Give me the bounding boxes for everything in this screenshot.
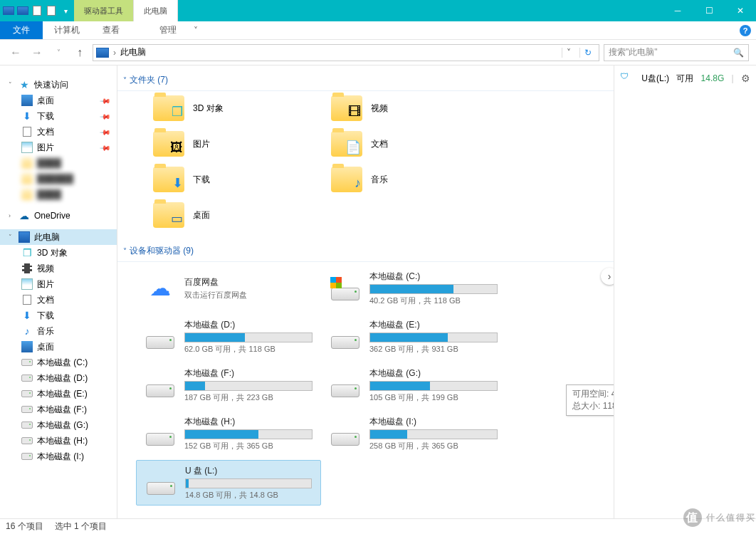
sidebar-label: 本地磁盘 (E:) bbox=[37, 388, 88, 400]
up-button[interactable]: ↑ bbox=[71, 44, 88, 61]
file-tab[interactable]: 文件 bbox=[0, 21, 43, 39]
drive-item[interactable]: 本地磁盘 (H:)152 GB 可用，共 365 GB bbox=[136, 412, 321, 456]
sidebar-item-drive-h[interactable]: 本地磁盘 (H:) bbox=[0, 433, 117, 449]
sidebar-quick-desktop[interactable]: 桌面📌 bbox=[0, 93, 117, 108]
folder-label: 图片 bbox=[193, 138, 210, 150]
desktop-icon bbox=[21, 341, 33, 352]
sidebar-label: 本地磁盘 (I:) bbox=[37, 451, 84, 463]
folder-item-downloads[interactable]: ⬇下载 bbox=[153, 167, 331, 192]
folder-item-desktop[interactable]: ▭桌面 bbox=[153, 202, 331, 228]
drive-item[interactable]: 本地磁盘 (I:)258 GB 可用，共 365 GB bbox=[321, 412, 506, 456]
sidebar-item-drive-i[interactable]: 本地磁盘 (I:) bbox=[0, 449, 117, 464]
app-icon bbox=[3, 5, 14, 16]
sidebar-label: 本地磁盘 (G:) bbox=[37, 419, 88, 431]
sidebar-label: 3D 对象 bbox=[37, 247, 68, 259]
folder-item-3d[interactable]: ❒3D 对象 bbox=[153, 95, 331, 121]
qat-item[interactable] bbox=[46, 5, 57, 16]
sidebar-item-hidden[interactable]: ████ bbox=[0, 155, 117, 171]
sidebar-item-downloads[interactable]: ⬇下载 bbox=[0, 308, 117, 323]
hdd-icon bbox=[146, 433, 174, 446]
address-dropdown-icon[interactable]: ˅ bbox=[562, 48, 575, 58]
sidebar-quick-access[interactable]: ˅★ 快速访问 bbox=[0, 77, 117, 93]
content-area: ˅ 文件夹 (7) ❒3D 对象 🎞视频 🖼图片 📄文档 ⬇下载 ♪音乐 ▭桌面… bbox=[117, 66, 614, 518]
contextual-tab-drivetools[interactable]: 驱动器工具 bbox=[74, 0, 134, 21]
drive-icon bbox=[21, 435, 33, 446]
sidebar-label: 文档 bbox=[37, 126, 54, 138]
sidebar-item-hidden[interactable]: ██████ bbox=[0, 171, 117, 187]
drive-item[interactable]: 本地磁盘 (C:)40.2 GB 可用，共 118 GB bbox=[321, 266, 506, 310]
folder-item-music[interactable]: ♪音乐 bbox=[331, 167, 509, 192]
view-tab[interactable]: 查看 bbox=[91, 21, 131, 39]
drive-item[interactable]: U 盘 (L:)14.8 GB 可用，共 14.8 GB bbox=[136, 460, 321, 506]
recent-dropdown-icon[interactable]: ˅ bbox=[50, 44, 67, 61]
window-controls: ─ ☐ ✕ bbox=[662, 0, 756, 21]
sidebar-item-drive-d[interactable]: 本地磁盘 (D:) bbox=[0, 370, 117, 386]
drive-name: 本地磁盘 (E:) bbox=[369, 319, 498, 331]
qat-dropdown-icon[interactable]: ▾ bbox=[60, 5, 71, 16]
section-header-drives[interactable]: ˅ 设备和驱动器 (9) bbox=[117, 241, 614, 262]
drive-item[interactable]: 本地磁盘 (G:)105 GB 可用，共 199 GB bbox=[321, 363, 506, 407]
sidebar-item-music[interactable]: ♪音乐 bbox=[0, 323, 117, 339]
sidebar-label: 图片 bbox=[37, 278, 54, 290]
gear-icon[interactable]: ⚙ bbox=[741, 73, 750, 84]
drive-name: 本地磁盘 (H:) bbox=[184, 416, 313, 428]
sidebar-label: 快速访问 bbox=[34, 79, 68, 91]
breadcrumb-location[interactable]: 此电脑 bbox=[120, 46, 146, 58]
sidebar-item-documents[interactable]: 文档 bbox=[0, 292, 117, 308]
search-box[interactable]: 搜索"此电脑" 🔍 bbox=[604, 44, 749, 61]
drive-name: 百度网盘 bbox=[184, 276, 313, 288]
sidebar-label: 本地磁盘 (C:) bbox=[37, 357, 88, 369]
sidebar-quick-downloads[interactable]: ⬇下载📌 bbox=[0, 108, 117, 124]
sidebar-quick-pictures[interactable]: 图片📌 bbox=[0, 140, 117, 155]
address-bar: ← → ˅ ↑ › 此电脑 ˅ ↻ 搜索"此电脑" 🔍 bbox=[0, 40, 756, 66]
thispc-icon bbox=[19, 231, 30, 243]
window-title: 此电脑 bbox=[134, 0, 178, 21]
folder-label: 3D 对象 bbox=[193, 103, 224, 115]
refresh-button[interactable]: ↻ bbox=[579, 48, 596, 58]
help-button[interactable]: ? bbox=[735, 21, 756, 39]
drive-item-baidu[interactable]: ☁ 百度网盘 双击运行百度网盘 bbox=[136, 266, 321, 310]
drive-item[interactable]: 本地磁盘 (D:)62.0 GB 可用，共 118 GB bbox=[136, 315, 321, 359]
pin-icon: 📌 bbox=[100, 126, 111, 137]
drive-name: 本地磁盘 (I:) bbox=[369, 416, 498, 428]
maximize-button[interactable]: ☐ bbox=[693, 0, 725, 21]
search-placeholder: 搜索"此电脑" bbox=[609, 46, 658, 58]
sidebar-label: 桌面 bbox=[37, 341, 54, 353]
back-button[interactable]: ← bbox=[7, 44, 24, 61]
details-pane: 🛡 U盘(L:) 可用 14.8G | ⚙ bbox=[614, 66, 756, 518]
sidebar-quick-documents[interactable]: 文档📌 bbox=[0, 124, 117, 140]
sidebar-label: OneDrive bbox=[34, 211, 70, 221]
address-field[interactable]: › 此电脑 ˅ ↻ bbox=[93, 44, 599, 61]
drive-item[interactable]: 本地磁盘 (E:)362 GB 可用，共 931 GB bbox=[321, 315, 506, 359]
sidebar-thispc[interactable]: ˅此电脑 bbox=[0, 229, 117, 245]
ribbon-collapse-icon[interactable]: ˅ bbox=[188, 21, 204, 39]
sidebar-label: 本地磁盘 (D:) bbox=[37, 372, 88, 384]
sidebar-item-videos[interactable]: 视频 bbox=[0, 261, 117, 276]
sidebar-item-pictures[interactable]: 图片 bbox=[0, 276, 117, 292]
qat-item[interactable] bbox=[31, 5, 43, 16]
sidebar-item-hidden[interactable]: ████ bbox=[0, 187, 117, 202]
usage-bar bbox=[369, 284, 498, 294]
computer-tab[interactable]: 计算机 bbox=[43, 21, 91, 39]
sidebar-item-drive-e[interactable]: 本地磁盘 (E:) bbox=[0, 386, 117, 402]
sidebar-item-3d[interactable]: ❒3D 对象 bbox=[0, 245, 117, 261]
sidebar-item-drive-f[interactable]: 本地磁盘 (F:) bbox=[0, 402, 117, 417]
sidebar-item-desktop[interactable]: 桌面 bbox=[0, 339, 117, 355]
baidu-icon: ☁ bbox=[147, 275, 173, 300]
sidebar-item-drive-g[interactable]: 本地磁盘 (G:) bbox=[0, 417, 117, 433]
minimize-button[interactable]: ─ bbox=[662, 0, 693, 21]
close-button[interactable]: ✕ bbox=[725, 0, 756, 21]
forward-button[interactable]: → bbox=[28, 44, 46, 61]
folder-item-documents[interactable]: 📄文档 bbox=[331, 131, 509, 157]
section-title: 设备和驱动器 (9) bbox=[130, 245, 194, 257]
qat-item[interactable] bbox=[17, 5, 28, 16]
scroll-right-button[interactable]: › bbox=[601, 268, 614, 285]
folder-item-pictures[interactable]: 🖼图片 bbox=[153, 131, 331, 157]
folder-item-videos[interactable]: 🎞视频 bbox=[331, 95, 509, 121]
sidebar-label: 桌面 bbox=[37, 95, 54, 107]
drive-item[interactable]: 本地磁盘 (F:)187 GB 可用，共 223 GB bbox=[136, 363, 321, 407]
section-header-folders[interactable]: ˅ 文件夹 (7) bbox=[117, 70, 614, 91]
manage-tab[interactable]: 管理 bbox=[148, 21, 188, 39]
sidebar-onedrive[interactable]: ›☁OneDrive bbox=[0, 208, 117, 224]
sidebar-item-drive-c[interactable]: 本地磁盘 (C:) bbox=[0, 355, 117, 370]
